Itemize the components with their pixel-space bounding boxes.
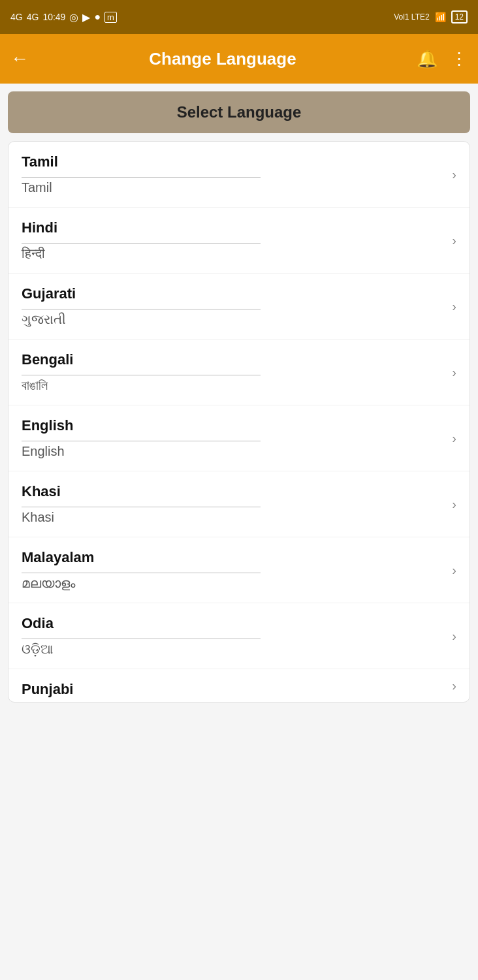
chevron-right-icon: › bbox=[452, 497, 456, 512]
language-list: TamilTamil›Hindiहिन्दी›Gujaratiગુજરાતી›B… bbox=[8, 141, 470, 703]
signal-4g-1: 4G bbox=[10, 12, 23, 22]
app-bar: ← Change Language 🔔 ⋮ bbox=[0, 34, 478, 84]
lang-name-en: Malayalam bbox=[22, 537, 456, 570]
language-item[interactable]: EnglishEnglish› bbox=[8, 405, 470, 471]
language-item[interactable]: Malayalamമലയാളം› bbox=[8, 537, 470, 603]
chevron-right-icon: › bbox=[452, 678, 456, 693]
content: Select Language TamilTamil›Hindiहिन्दी›G… bbox=[0, 84, 478, 710]
language-item[interactable]: TamilTamil› bbox=[8, 142, 470, 208]
select-language-header: Select Language bbox=[8, 91, 470, 133]
vol-lte-icon: Vol1 LTE2 bbox=[394, 12, 429, 22]
language-item[interactable]: KhasiKhasi› bbox=[8, 471, 470, 537]
language-item[interactable]: Hindiहिन्दी› bbox=[8, 208, 470, 274]
lang-divider bbox=[22, 309, 261, 309]
lang-divider bbox=[22, 639, 261, 639]
chevron-right-icon: › bbox=[452, 431, 456, 446]
lang-name-en: Punjabi bbox=[22, 669, 456, 702]
time: 10:49 bbox=[42, 12, 65, 22]
lang-name-en: Gujarati bbox=[22, 274, 456, 306]
lang-name-en: Tamil bbox=[22, 142, 456, 174]
lang-name-en: Hindi bbox=[22, 208, 456, 240]
lang-name-native: বাঙালি bbox=[22, 378, 456, 405]
lang-name-native: English bbox=[22, 444, 456, 471]
whatsapp-icon: ◎ bbox=[69, 11, 78, 24]
lang-divider bbox=[22, 573, 261, 573]
language-item[interactable]: Gujaratiગુજરાતી› bbox=[8, 274, 470, 340]
lang-divider bbox=[22, 177, 261, 178]
chevron-right-icon: › bbox=[452, 233, 456, 248]
message-icon: ● bbox=[94, 11, 101, 23]
lang-name-native: हिन्दी bbox=[22, 246, 456, 273]
language-item[interactable]: Bengaliবাঙালি› bbox=[8, 340, 470, 405]
chevron-right-icon: › bbox=[452, 563, 456, 578]
app-bar-title: Change Language bbox=[42, 49, 404, 69]
status-bar: 4G 4G 10:49 ◎ ▶ ● m Vol1 LTE2 📶 12 bbox=[0, 0, 478, 34]
more-options-icon[interactable]: ⋮ bbox=[451, 49, 468, 69]
youtube-icon: ▶ bbox=[82, 11, 90, 24]
select-language-label: Select Language bbox=[177, 103, 302, 121]
notification-icon[interactable]: 🔔 bbox=[417, 49, 438, 69]
chevron-right-icon: › bbox=[452, 365, 456, 380]
lang-name-native: മലയാളം bbox=[22, 576, 456, 603]
status-left: 4G 4G 10:49 ◎ ▶ ● m bbox=[10, 11, 117, 24]
lang-divider bbox=[22, 507, 261, 507]
chevron-right-icon: › bbox=[452, 629, 456, 644]
lang-divider bbox=[22, 375, 261, 375]
app-bar-icons: 🔔 ⋮ bbox=[417, 49, 468, 69]
lang-name-en: English bbox=[22, 405, 456, 438]
lang-name-native: Khasi bbox=[22, 510, 456, 537]
language-item[interactable]: Punjabi› bbox=[8, 669, 470, 702]
lang-name-native: ગુજરાતી bbox=[22, 312, 456, 339]
wifi-icon: 📶 bbox=[435, 12, 446, 22]
battery-icon: 12 bbox=[451, 10, 468, 24]
lang-name-en: Khasi bbox=[22, 471, 456, 504]
chevron-right-icon: › bbox=[452, 299, 456, 314]
signal-4g-2: 4G bbox=[27, 12, 39, 22]
lang-divider bbox=[22, 441, 261, 441]
lang-name-en: Bengali bbox=[22, 340, 456, 372]
lang-name-native: Tamil bbox=[22, 180, 456, 207]
m-icon: m bbox=[104, 12, 117, 23]
lang-name-native: ଓଡ଼ିଆ bbox=[22, 642, 456, 669]
lang-name-en: Odia bbox=[22, 603, 456, 636]
status-right: Vol1 LTE2 📶 12 bbox=[394, 10, 468, 24]
chevron-right-icon: › bbox=[452, 167, 456, 182]
back-button[interactable]: ← bbox=[10, 48, 29, 69]
lang-divider bbox=[22, 243, 261, 244]
language-item[interactable]: Odiaଓଡ଼ିଆ› bbox=[8, 603, 470, 669]
